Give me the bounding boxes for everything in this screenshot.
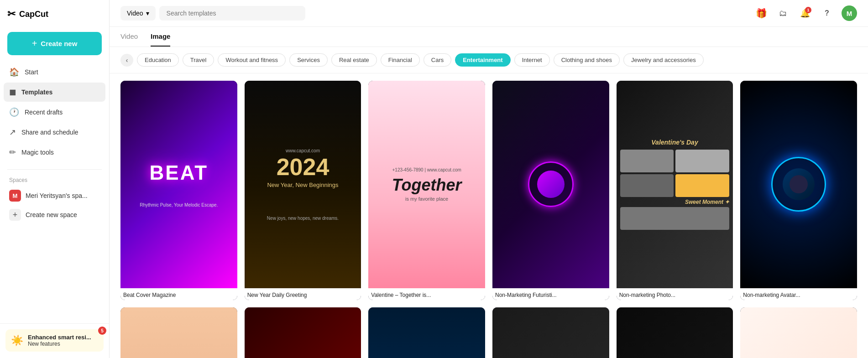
sidebar: ✂ CapCut + Create new 🏠 Start ◼ Template…	[0, 0, 110, 358]
gift-icon: 🎁	[756, 8, 767, 19]
clock-icon: 🕐	[9, 107, 19, 117]
sidebar-item-templates[interactable]: ◼ Templates	[4, 83, 105, 102]
cat-jewelry[interactable]: Jewelry and accessories	[623, 53, 704, 67]
share-icon: ↗	[9, 127, 16, 137]
gift-button[interactable]: 🎁	[754, 6, 769, 21]
beat-label: Beat Cover Magazine	[120, 288, 237, 300]
template-card-newyear[interactable]: www.capcut.com 2024 New Year, New Beginn…	[245, 81, 361, 300]
newyear-sub: New Year, New Beginnings	[267, 182, 339, 188]
valentine-title: Together	[392, 176, 462, 194]
capcut-logo-icon: ✂	[7, 8, 16, 20]
vday-photo5	[620, 207, 730, 230]
tabs: Video Image	[110, 27, 868, 47]
beat-thumb: BEAT Rhythmic Pulse, Your Melodic Escape…	[120, 81, 237, 288]
template-card-2024[interactable]: www.capcut.com 2024	[617, 307, 733, 358]
templates-icon: ◼	[9, 87, 16, 97]
sidebar-item-start[interactable]: 🏠 Start	[4, 62, 105, 82]
valentine-contact: +123-456-7890 | www.capcut.com	[392, 167, 462, 172]
valentine-sub: is my favorite place	[392, 196, 462, 202]
futuristic-circle	[528, 161, 574, 207]
sidebar-item-magic[interactable]: ✏ Magic tools	[4, 143, 105, 162]
create-new-button[interactable]: + Create new	[7, 32, 102, 55]
cat-financial[interactable]: Financial	[381, 53, 420, 67]
red-thumb	[245, 307, 361, 358]
logo-text: CapCut	[19, 10, 48, 19]
cat-clothing[interactable]: Clothing and shoes	[554, 53, 620, 67]
newyear-thumb: www.capcut.com 2024 New Year, New Beginn…	[245, 81, 361, 288]
newyear-content: www.capcut.com 2024 New Year, New Beginn…	[263, 145, 342, 224]
cat-services[interactable]: Services	[289, 53, 328, 67]
cat-travel[interactable]: Travel	[183, 53, 214, 67]
template-card-red[interactable]	[245, 307, 361, 358]
avatar-label: Non-marketing Avatar...	[740, 288, 857, 300]
bag-button[interactable]: 🗂	[776, 6, 790, 21]
sidebar-item-recent-label: Recent drafts	[25, 109, 63, 116]
sidebar-item-share[interactable]: ↗ Share and schedule	[4, 123, 105, 142]
sidebar-item-recent[interactable]: 🕐 Recent drafts	[4, 103, 105, 122]
sidebar-bottom: ☀️ Enhanced smart resi... New features 5	[0, 323, 109, 358]
search-input[interactable]	[159, 6, 305, 21]
feature-badge: 5	[98, 327, 106, 335]
create-space-item[interactable]: + Create new space	[4, 205, 105, 224]
newyear-url: www.capcut.com	[267, 148, 339, 153]
spaces-label: Spaces	[0, 175, 109, 186]
newyear-footer: New joys, new hopes, new dreams.	[267, 216, 339, 221]
avatar-figure	[790, 175, 808, 193]
bag-icon: 🗂	[779, 9, 787, 18]
plus-icon: +	[32, 38, 37, 49]
help-button[interactable]: ?	[820, 6, 834, 21]
category-bar: ‹ Education Travel Workout and fitness S…	[110, 47, 868, 73]
logo: ✂ CapCut	[0, 0, 109, 28]
tab-image[interactable]: Image	[151, 32, 170, 47]
notification-button[interactable]: 🔔 1	[798, 6, 812, 21]
sidebar-divider	[7, 169, 102, 170]
sweet-moment: Sweet Moment ✦	[620, 199, 730, 205]
sidebar-item-templates-label: Templates	[21, 88, 52, 96]
vday-photo1	[620, 150, 674, 172]
user-avatar[interactable]: M	[842, 5, 857, 21]
template-grid: BEAT Rhythmic Pulse, Your Melodic Escape…	[120, 81, 857, 358]
cat-education[interactable]: Education	[137, 53, 179, 67]
vday-grid-mid	[620, 174, 730, 197]
cat-entertainment[interactable]: Entertainment	[455, 53, 510, 67]
template-card-valentine[interactable]: +123-456-7890 | www.capcut.com Together …	[368, 81, 485, 300]
template-card-wedding[interactable]: I LOVE YOU!	[120, 307, 237, 358]
cat-cars[interactable]: Cars	[424, 53, 451, 67]
cat-workout[interactable]: Workout and fitness	[218, 53, 286, 67]
category-prev-arrow[interactable]: ‹	[120, 54, 133, 67]
search-container: Video ▾	[120, 6, 305, 21]
vday-photo2	[675, 150, 729, 172]
futuristic-inner	[537, 171, 565, 198]
cat-realestate[interactable]: Real estate	[331, 53, 377, 67]
template-card-newskin[interactable]: NANCMACHINE NEW SKIN	[492, 307, 609, 358]
beat-title: BEAT	[140, 161, 218, 184]
template-card-blue[interactable]: Hello Month...	[368, 307, 485, 358]
beat-subtitle: Rhythmic Pulse, Your Melodic Escape.	[140, 202, 218, 208]
template-card-valentineday[interactable]: Valentine's Day Sweet Moment ✦ Non-	[617, 81, 733, 300]
beat-content: BEAT Rhythmic Pulse, Your Melodic Escape…	[140, 161, 218, 208]
avatar-thumb	[740, 81, 857, 288]
feature-banner[interactable]: ☀️ Enhanced smart resi... New features	[5, 329, 104, 352]
cat-internet[interactable]: Internet	[514, 53, 550, 67]
newyear-year: 2024	[267, 155, 339, 179]
create-space-label: Create new space	[26, 211, 77, 218]
search-dropdown[interactable]: Video ▾	[120, 6, 156, 21]
newyear-label: New Year Daily Greeting	[245, 288, 361, 300]
vday-photo4	[675, 174, 729, 197]
sidebar-nav: 🏠 Start ◼ Templates 🕐 Recent drafts ↗ Sh…	[0, 61, 109, 164]
spaces-list: M Meri Yeritsyan's spa... + Create new s…	[0, 186, 109, 224]
home-icon: 🏠	[9, 67, 19, 77]
valentine-thumb: +123-456-7890 | www.capcut.com Together …	[368, 81, 485, 288]
wedding-thumb: I LOVE YOU!	[120, 307, 237, 358]
user-space-label: Meri Yeritsyan's spa...	[26, 192, 88, 199]
sidebar-item-start-label: Start	[25, 68, 38, 76]
template-card-love[interactable]: LOVE	[740, 307, 857, 358]
topbar: Video ▾ 🎁 🗂 🔔 1 ? M	[110, 0, 868, 27]
template-card-beat[interactable]: BEAT Rhythmic Pulse, Your Melodic Escape…	[120, 81, 237, 300]
user-space-item[interactable]: M Meri Yeritsyan's spa...	[4, 186, 105, 205]
valentineday-content: Valentine's Day Sweet Moment ✦	[617, 135, 733, 233]
template-card-avatar[interactable]: Non-marketing Avatar...	[740, 81, 857, 300]
futuristic-label: Non-Marketing Futuristi...	[492, 288, 609, 300]
tab-video[interactable]: Video	[120, 32, 138, 47]
template-card-futuristic[interactable]: Non-Marketing Futuristi...	[492, 81, 609, 300]
